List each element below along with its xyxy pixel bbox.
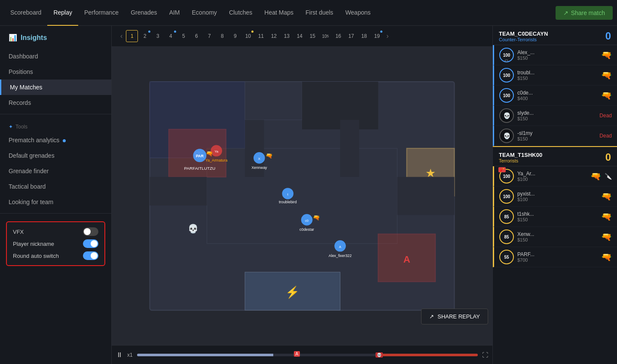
player-weapon-troubl: 🔫 <box>601 70 612 80</box>
round-6[interactable]: 6 <box>190 30 202 42</box>
round-18[interactable]: 18 <box>358 30 370 42</box>
sidebar-item-positions[interactable]: Positions <box>0 64 111 80</box>
sidebar-item-defaultgrenades[interactable]: Default grenades <box>0 148 111 163</box>
tab-performance[interactable]: Performance <box>78 0 125 26</box>
round-1[interactable]: 1 <box>126 30 138 42</box>
sidebar-item-grenadefinder[interactable]: Grenade finder <box>0 163 111 179</box>
sidebar-item-prematch[interactable]: Prematch analytics <box>0 132 111 148</box>
round-11[interactable]: 11 <box>255 30 267 42</box>
player-row-yaar: 100 🧨 Ya_Ar... $100 🔫 🔪 <box>493 166 617 187</box>
svg-text:PAR: PAR <box>196 154 204 158</box>
svg-text:🔫: 🔫 <box>266 152 273 159</box>
round-15[interactable]: 15 <box>306 30 318 42</box>
svg-text:Xennway: Xennway <box>251 165 267 170</box>
svg-rect-15 <box>397 177 455 215</box>
shield-icon-alex: 🛡 <box>505 59 508 63</box>
player-weapon-yaar: 🔫 <box>590 171 601 181</box>
tools-section-title: ✦ Tools <box>0 118 111 132</box>
player-row-pyxist: 100 pyxist... $100 🔫 <box>493 187 617 207</box>
player-row-xenw: 85 Xenw... $150 🔫 <box>493 227 617 247</box>
player-hp-c0de: 100 <box>499 88 514 103</box>
player-hp-parf: 55 <box>499 250 514 264</box>
tab-heatmaps[interactable]: Heat Maps <box>258 0 299 26</box>
player-dead-status-sl1my: Dead <box>599 133 612 139</box>
round-5[interactable]: 5 <box>177 30 189 42</box>
player-row-parf: 55 PARF... $700 🔫 <box>493 247 617 267</box>
player-name-yaar: Ya_Ar... <box>517 171 587 177</box>
sidebar: 📊 Insights Dashboard Positions My Matche… <box>0 26 112 364</box>
player-weapon-c0de: 🔫 <box>601 90 612 101</box>
svg-text:⚡: ⚡ <box>285 285 300 299</box>
share-replay-button[interactable]: ↗ SHARE REPLAY <box>421 309 488 324</box>
sidebar-item-tacticalboard[interactable]: Tactical board <box>0 179 111 194</box>
round-17[interactable]: 17 <box>345 30 357 42</box>
round-10[interactable]: 10 <box>242 30 254 42</box>
expand-timeline-button[interactable]: ⛶ <box>482 352 488 358</box>
notification-dot <box>63 139 66 142</box>
player-weapon-parf: 🔫 <box>601 252 612 262</box>
sidebar-item-dashboard[interactable]: Dashboard <box>0 49 111 64</box>
svg-text:🔫: 🔫 <box>206 150 213 157</box>
tab-economy[interactable]: Economy <box>186 0 223 26</box>
svg-text:troublebird: troublebird <box>279 200 297 204</box>
svg-rect-17 <box>340 120 359 177</box>
player-money-slyde: $150 <box>517 116 596 121</box>
share-match-button[interactable]: ↗ Share match <box>556 6 613 20</box>
round-10-5[interactable]: 105 <box>319 30 331 42</box>
tab-replay[interactable]: Replay <box>47 0 78 26</box>
svg-text:Ya: Ya <box>214 150 219 153</box>
tab-aim[interactable]: AIM <box>163 0 186 26</box>
timeline: ⏸ x1 A 💀 ⛶ <box>112 345 492 364</box>
map-display: B A ★ ⚡ <box>112 47 492 345</box>
player-name-xenw: Xenw... <box>517 231 598 237</box>
sidebar-item-lookingforteam[interactable]: Looking for team <box>0 194 111 210</box>
sidebar-item-records[interactable]: Records <box>0 95 111 110</box>
svg-text:X: X <box>258 157 260 161</box>
round-13[interactable]: 13 <box>281 30 293 42</box>
player-info-slyde: slyde... $150 <box>517 110 596 121</box>
tab-grenades[interactable]: Grenades <box>125 0 163 26</box>
tab-weapons[interactable]: Weapons <box>339 0 377 26</box>
round-16[interactable]: 16 <box>332 30 344 42</box>
tab-firstduels[interactable]: First duels <box>299 0 339 26</box>
round-12[interactable]: 12 <box>268 30 280 42</box>
player-row-alex: 100 🛡 Alex_... $150 🔫 <box>493 45 617 65</box>
round-9[interactable]: 9 <box>229 30 241 42</box>
round-dot-blue-3 <box>380 31 382 33</box>
round-3[interactable]: 3 <box>152 30 164 42</box>
player-money-troubl: $150 <box>517 76 598 81</box>
round-7[interactable]: 7 <box>203 30 215 42</box>
timeline-kill-marker: 💀 <box>376 351 383 358</box>
timeline-bar[interactable]: A 💀 <box>137 354 478 356</box>
share-replay-label: SHARE REPLAY <box>437 313 480 320</box>
player-weapon-t1shk: 🔫 <box>601 211 612 222</box>
player-info-sl1my: -sl1my $150 <box>517 130 596 141</box>
player-name-c0de: c0de... <box>517 90 598 96</box>
round-8[interactable]: 8 <box>216 30 228 42</box>
svg-rect-14 <box>150 177 207 205</box>
tab-scoreboard[interactable]: Scoreboard <box>4 0 47 26</box>
round-19[interactable]: 19 <box>371 30 383 42</box>
next-round-arrow[interactable]: › <box>384 32 391 40</box>
tab-clutches[interactable]: Clutches <box>223 0 258 26</box>
player-nickname-toggle[interactable] <box>83 239 98 248</box>
player-name-sl1my: -sl1my <box>517 130 596 136</box>
player-money-parf: $700 <box>517 257 598 263</box>
player-name-t1shk: t1shk... <box>517 211 598 217</box>
player-info-troubl: troubl... $150 <box>517 70 598 81</box>
sidebar-item-mymatches[interactable]: My Matches <box>0 80 111 95</box>
map-area: ROUND 6 1:29 1:35 PARFAITLUTZU + Ya_Arma… <box>112 47 492 345</box>
pause-button[interactable]: ⏸ <box>116 351 123 359</box>
svg-text:A: A <box>403 254 410 265</box>
player-weapon-pyxist: 🔫 <box>601 191 612 202</box>
round-auto-switch-toggle[interactable] <box>83 251 98 260</box>
prev-round-arrow[interactable]: ‹ <box>118 32 125 40</box>
round-2[interactable]: 2 <box>139 30 151 42</box>
timeline-a-marker: A <box>294 351 300 357</box>
round-4[interactable]: 4 <box>165 30 177 42</box>
player-row-sl1my: 💀 -sl1my $150 Dead <box>493 126 617 146</box>
center-panel: ‹ 1 2 3 4 5 6 7 8 9 10 11 12 13 14 15 10… <box>112 26 492 364</box>
svg-text:Ya_Armatura: Ya_Armatura <box>205 158 228 162</box>
round-14[interactable]: 14 <box>293 30 305 42</box>
vfx-toggle[interactable] <box>83 227 98 236</box>
